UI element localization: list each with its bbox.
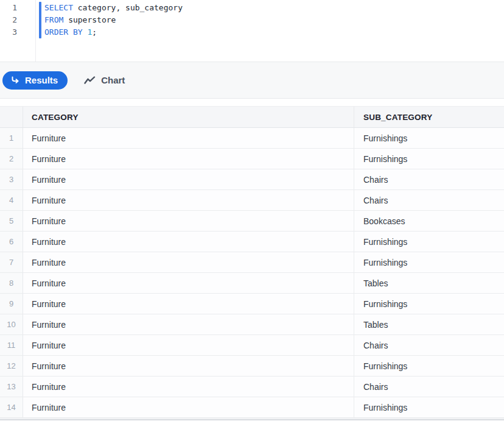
row-number-cell: 5 <box>0 211 23 232</box>
table-row: 4 Furniture Chairs <box>0 190 504 211</box>
line-number: 2 <box>0 14 17 26</box>
table-row: 9 Furniture Furnishings <box>0 294 504 314</box>
row-number-cell: 6 <box>0 232 23 252</box>
table-row: 7 Furniture Furnishings <box>0 252 504 273</box>
category-cell[interactable]: Furniture <box>23 356 354 377</box>
code-text[interactable]: SELECT category, sub_category <box>17 2 183 14</box>
row-number-cell: 13 <box>0 377 23 397</box>
sub-category-cell[interactable]: Tables <box>354 273 504 294</box>
category-cell[interactable]: Furniture <box>23 273 354 294</box>
table-row: 10 Furniture Tables <box>0 314 504 335</box>
category-cell[interactable]: Furniture <box>23 149 354 169</box>
row-number-cell: 1 <box>0 128 23 149</box>
tab-chart-label: Chart <box>101 75 125 85</box>
selection-indicator-bar <box>39 2 41 38</box>
sub-category-cell[interactable]: Furnishings <box>354 252 504 273</box>
row-number-cell: 9 <box>0 294 23 314</box>
sub-category-cell[interactable]: Furnishings <box>354 149 504 169</box>
table-row: 12 Furniture Furnishings <box>0 356 504 377</box>
category-cell[interactable]: Furniture <box>23 294 354 314</box>
sub-category-cell[interactable]: Furnishings <box>354 397 504 418</box>
code-line[interactable]: 1 SELECT category, sub_category <box>0 2 504 14</box>
row-number-cell: 14 <box>0 397 23 418</box>
sub-category-cell[interactable]: Chairs <box>354 335 504 356</box>
line-number: 3 <box>0 26 17 38</box>
results-grid: CATEGORY SUB_CATEGORY 1 Furniture Furnis… <box>0 106 504 420</box>
row-number-cell: 10 <box>0 314 23 335</box>
results-tabbar: Results Chart <box>0 62 504 99</box>
table-row: 1 Furniture Furnishings <box>0 128 504 149</box>
sub-category-cell[interactable]: Chairs <box>354 190 504 211</box>
category-cell[interactable]: Furniture <box>23 128 354 149</box>
code-text[interactable]: ORDER BY 1; <box>17 26 97 38</box>
column-header-sub-category-label: SUB_CATEGORY <box>363 113 432 122</box>
category-cell[interactable]: Furniture <box>23 377 354 397</box>
row-number-cell: 8 <box>0 273 23 294</box>
table-row: 13 Furniture Chairs <box>0 377 504 397</box>
sub-category-cell[interactable]: Furnishings <box>354 294 504 314</box>
table-row: 11 Furniture Chairs <box>0 335 504 356</box>
tab-results[interactable]: Results <box>2 71 68 90</box>
sub-category-cell[interactable]: Chairs <box>354 377 504 397</box>
row-number-header-cell <box>0 107 23 127</box>
row-number-cell: 4 <box>0 190 23 211</box>
category-cell[interactable]: Furniture <box>23 252 354 273</box>
spacer <box>0 99 504 106</box>
row-number-cell: 12 <box>0 356 23 377</box>
category-cell[interactable]: Furniture <box>23 169 354 190</box>
sub-category-cell[interactable]: Furnishings <box>354 232 504 252</box>
column-header-category-label: CATEGORY <box>32 113 79 122</box>
column-header-category[interactable]: CATEGORY <box>23 107 354 127</box>
grid-body: 1 Furniture Furnishings 2 Furniture Furn… <box>0 128 504 418</box>
category-cell[interactable]: Furniture <box>23 335 354 356</box>
category-cell[interactable]: Furniture <box>23 190 354 211</box>
table-row: 3 Furniture Chairs <box>0 169 504 190</box>
sql-editor[interactable]: 1 SELECT category, sub_category 2 FROM s… <box>0 0 504 62</box>
category-cell[interactable]: Furniture <box>23 397 354 418</box>
row-number-cell: 11 <box>0 335 23 356</box>
sub-category-cell[interactable]: Furnishings <box>354 356 504 377</box>
sub-category-cell[interactable]: Bookcases <box>354 211 504 232</box>
sub-category-cell[interactable]: Tables <box>354 314 504 335</box>
gutter-divider <box>35 0 36 62</box>
line-number: 1 <box>0 2 17 14</box>
table-row: 14 Furniture Furnishings <box>0 397 504 418</box>
code-line[interactable]: 3 ORDER BY 1; <box>0 26 504 38</box>
return-arrow-icon <box>10 76 20 85</box>
sub-category-cell[interactable]: Chairs <box>354 169 504 190</box>
category-cell[interactable]: Furniture <box>23 232 354 252</box>
table-row: 2 Furniture Furnishings <box>0 149 504 169</box>
column-header-sub-category[interactable]: SUB_CATEGORY <box>354 107 504 127</box>
table-row: 5 Furniture Bookcases <box>0 211 504 232</box>
sub-category-cell[interactable]: Furnishings <box>354 128 504 149</box>
tab-results-label: Results <box>25 75 58 85</box>
table-row: 6 Furniture Furnishings <box>0 232 504 252</box>
grid-header-row: CATEGORY SUB_CATEGORY <box>0 106 504 128</box>
tab-chart[interactable]: Chart <box>84 75 125 85</box>
category-cell[interactable]: Furniture <box>23 211 354 232</box>
table-row: 8 Furniture Tables <box>0 273 504 294</box>
code-area[interactable]: 1 SELECT category, sub_category 2 FROM s… <box>0 2 504 38</box>
row-number-cell: 7 <box>0 252 23 273</box>
row-number-cell: 2 <box>0 149 23 169</box>
partial-next-row <box>0 418 504 420</box>
category-cell[interactable]: Furniture <box>23 314 354 335</box>
code-text[interactable]: FROM superstore <box>17 14 116 26</box>
code-line[interactable]: 2 FROM superstore <box>0 14 504 26</box>
row-number-cell: 3 <box>0 169 23 190</box>
line-chart-icon <box>84 76 96 85</box>
